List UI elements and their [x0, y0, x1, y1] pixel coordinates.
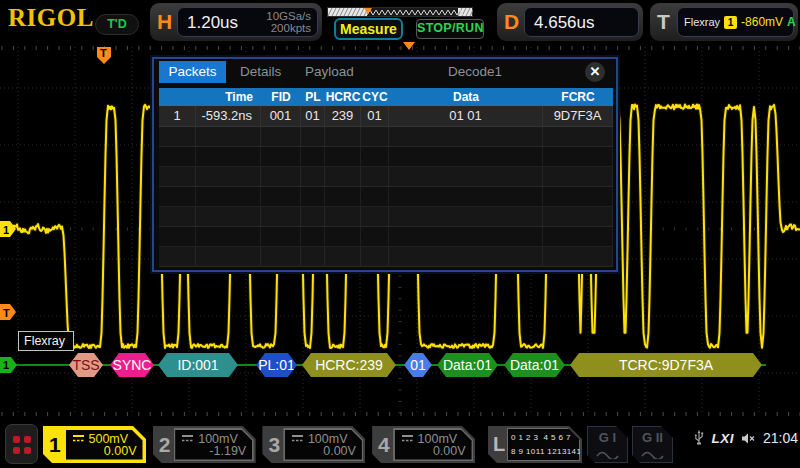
tab-packets[interactable]: Packets: [159, 61, 226, 83]
table-cell: [301, 167, 325, 187]
delay-value: 4.656us: [534, 13, 595, 33]
table-cell: -593.2ns: [196, 106, 261, 127]
table-header: TimeFIDPLHCRCCYCDataFCRC: [159, 88, 613, 106]
timebase-value: 1.20us: [187, 13, 238, 33]
usb-icon: [694, 430, 704, 446]
table-empty-row: [159, 147, 613, 167]
table-cell: [196, 207, 261, 227]
close-icon[interactable]: ✕: [585, 62, 605, 82]
table-cell: [301, 227, 325, 247]
svg-text:T: T: [100, 47, 107, 59]
table-cell: [361, 127, 389, 147]
table-empty-row: [159, 207, 613, 227]
channel-1-box[interactable]: 1500mV0.00V: [43, 426, 146, 463]
table-cell: [543, 247, 613, 267]
decode-field-data-01: Data:01: [437, 353, 498, 377]
table-cell: [261, 187, 301, 207]
table-cell: [389, 227, 543, 247]
speaker-muted-icon: [741, 432, 756, 445]
table-cell: [159, 147, 196, 167]
trigger-label: T: [657, 10, 670, 34]
table-row[interactable]: 1-593.2ns001012390101 019D7F3A: [159, 106, 613, 127]
horizontal-section[interactable]: H 1.20us 10GSa/s 200kpts: [150, 3, 322, 41]
packets-window: Packets Details Payload Decode1 ✕ TimeFI…: [152, 57, 618, 272]
decode-field-id-001: ID:001: [158, 353, 238, 377]
table-cell: [261, 247, 301, 267]
trigger-type: Flexray: [684, 16, 720, 28]
table-cell: [543, 207, 613, 227]
measure-button[interactable]: Measure: [334, 18, 403, 40]
table-cell: [361, 227, 389, 247]
table-cell: 239: [325, 106, 361, 127]
trigger-status-badge: T'D: [95, 14, 139, 35]
trigger-level: -860mV: [741, 15, 783, 29]
tab-payload[interactable]: Payload: [305, 61, 354, 83]
decode-field-hcrc-239: HCRC:239: [302, 353, 396, 377]
table-empty-row: [159, 247, 613, 267]
table-cell: 001: [261, 106, 301, 127]
coupling-icon: [401, 434, 414, 443]
column-header: Data: [389, 88, 543, 106]
stop-run-button[interactable]: STOP/RUN: [416, 19, 484, 39]
gen2-box[interactable]: G II: [632, 426, 673, 463]
table-cell: [159, 227, 196, 247]
table-empty-row: [159, 167, 613, 187]
table-cell: [325, 247, 361, 267]
table-cell: [196, 167, 261, 187]
sample-rate: 10GSa/s 200kpts: [266, 10, 311, 34]
delay-section[interactable]: D 4.656us: [497, 3, 643, 41]
table-cell: [543, 127, 613, 147]
table-cell: [361, 247, 389, 267]
table-cell: [196, 147, 261, 167]
channel-offset: 0.00V: [323, 444, 356, 458]
channel-offset: 0.00V: [433, 444, 466, 458]
column-header: Time: [196, 88, 261, 106]
column-header: HCRC: [325, 88, 361, 106]
table-empty-row: [159, 127, 613, 147]
channel-4-box[interactable]: 4100mV0.00V: [372, 426, 475, 463]
table-cell: [389, 247, 543, 267]
table-cell: [389, 207, 543, 227]
table-cell: 1: [159, 106, 196, 127]
column-header: [159, 88, 196, 106]
tab-decode1[interactable]: Decode1: [448, 61, 502, 83]
trigger-slope: A: [787, 15, 796, 29]
table-cell: 01 01: [389, 106, 543, 127]
top-menu-bar: RIGOL T'D H 1.20us 10GSa/s 200kpts Measu…: [0, 0, 800, 46]
channel-3-box[interactable]: 3100mV0.00V: [262, 426, 365, 463]
table-cell: [389, 167, 543, 187]
decode-field-tcrc-9d7f3a: TCRC:9D7F3A: [570, 353, 762, 377]
gen1-label: G I: [588, 430, 627, 445]
table-cell: [159, 167, 196, 187]
table-cell: [159, 187, 196, 207]
trigger-section[interactable]: T Flexray 1 -860mV A: [650, 3, 798, 41]
table-cell: [159, 207, 196, 227]
table-cell: [261, 227, 301, 247]
table-empty-row: [159, 227, 613, 247]
table-cell: [196, 127, 261, 147]
coupling-icon: [181, 434, 194, 443]
table-cell: [361, 187, 389, 207]
table-cell: [261, 207, 301, 227]
menu-grid-icon[interactable]: [5, 424, 38, 464]
logic-digits: 0 1 2 3 4 5 6 78 9 1011 12131415: [507, 428, 580, 461]
table-cell: [543, 167, 613, 187]
gen1-box[interactable]: G I: [587, 426, 628, 463]
logic-channels-box[interactable]: L 0 1 2 3 4 5 6 78 9 1011 12131415: [488, 426, 582, 463]
column-header: CYC: [361, 88, 389, 106]
rigol-logo: RIGOL: [8, 4, 94, 32]
channel-number: 2: [159, 433, 171, 457]
clock: 21:04: [763, 430, 798, 446]
column-header: FID: [261, 88, 301, 106]
channel-2-box[interactable]: 2100mV-1.19V: [153, 426, 256, 463]
table-cell: [389, 187, 543, 207]
sine-icon: [596, 449, 620, 459]
tab-details[interactable]: Details: [240, 61, 281, 83]
table-cell: [389, 147, 543, 167]
table-cell: [301, 247, 325, 267]
bottom-status-bar: 1500mV0.00V2100mV-1.19V3100mV0.00V4100mV…: [0, 418, 800, 468]
table-cell: [196, 227, 261, 247]
gen2-label: G II: [633, 430, 672, 445]
table-cell: [361, 167, 389, 187]
packets-table: TimeFIDPLHCRCCYCDataFCRC1-593.2ns0010123…: [159, 88, 613, 267]
